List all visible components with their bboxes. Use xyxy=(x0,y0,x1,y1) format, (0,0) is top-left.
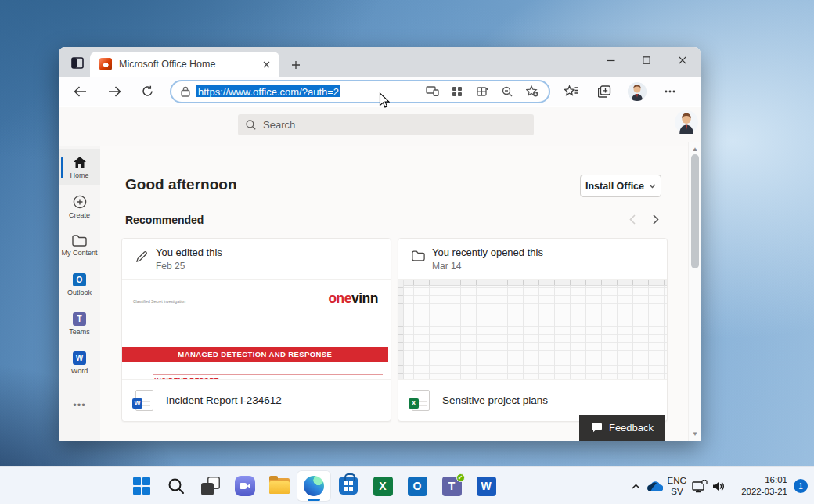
edge-button[interactable] xyxy=(297,470,331,502)
page-scrollbar[interactable]: ▲ ▼ xyxy=(688,142,701,441)
sidebar-more-apps-icon[interactable]: ••• xyxy=(59,399,100,411)
maximize-button[interactable] xyxy=(629,47,665,74)
collections-icon[interactable] xyxy=(592,81,616,103)
search-icon xyxy=(167,477,185,495)
file-name: Incident Report i-234612 xyxy=(166,394,282,406)
greeting-heading: Good afternoon xyxy=(125,176,236,193)
card-activity: You edited this xyxy=(156,247,222,258)
url-input[interactable]: https://www.office.com/?auth=2 xyxy=(196,85,417,97)
folder-icon xyxy=(72,235,87,247)
file-explorer-button[interactable] xyxy=(262,470,297,502)
url-text: https://www.office.com/?auth=2 xyxy=(196,85,340,97)
network-icon[interactable] xyxy=(690,467,709,504)
sidebar-item-teams[interactable]: T Teams xyxy=(59,306,100,342)
sidebar-item-home[interactable]: Home xyxy=(59,149,100,185)
status-available-icon: ✓ xyxy=(456,473,465,482)
outlook-button[interactable]: O xyxy=(400,470,434,502)
scroll-up-icon[interactable]: ▲ xyxy=(689,143,701,154)
word-button[interactable]: W xyxy=(469,470,503,502)
lock-icon[interactable] xyxy=(181,86,190,97)
scroll-down-icon[interactable]: ▼ xyxy=(689,428,701,439)
feedback-button[interactable]: Feedback xyxy=(579,415,665,441)
opened-folder-icon xyxy=(412,250,425,261)
back-icon[interactable] xyxy=(68,81,92,103)
start-button[interactable] xyxy=(124,470,159,502)
refresh-icon[interactable] xyxy=(135,81,159,103)
add-favorite-icon[interactable] xyxy=(522,82,542,101)
office-home-page: Search Home Create My Content xyxy=(59,107,701,441)
create-icon xyxy=(73,195,87,209)
forward-icon[interactable] xyxy=(103,81,126,103)
onevinn-logo: onevinn xyxy=(328,290,378,307)
teams-icon: T xyxy=(73,312,86,326)
taskbar-search-button[interactable] xyxy=(159,470,193,502)
carousel-next-icon[interactable] xyxy=(647,211,665,228)
notification-badge[interactable]: 1 xyxy=(794,479,808,493)
card-activity: You recently opened this xyxy=(432,247,543,258)
favorites-icon[interactable] xyxy=(560,81,583,103)
clock[interactable]: 16:01 2022-03-21 xyxy=(733,474,787,498)
zoom-out-icon[interactable] xyxy=(497,82,517,101)
search-input[interactable]: Search xyxy=(238,114,534,135)
document-card-project-plans[interactable]: You recently opened this Mar 14 X Sensit… xyxy=(398,238,668,422)
tab-grid-icon[interactable] xyxy=(447,82,467,101)
settings-menu-icon[interactable] xyxy=(658,81,682,103)
language-indicator[interactable]: ENGSV xyxy=(664,475,690,498)
profile-avatar[interactable] xyxy=(625,81,649,103)
tab-bar: Microsoft Office Home xyxy=(59,47,701,77)
document-card-incident-report[interactable]: You edited this Feb 25 Classified Secret… xyxy=(121,238,391,422)
excel-button[interactable]: X xyxy=(366,470,400,502)
card-date: Mar 14 xyxy=(432,261,461,272)
volume-icon[interactable] xyxy=(709,467,728,504)
teams-button[interactable]: T✓ xyxy=(434,470,469,502)
install-office-button[interactable]: Install Office xyxy=(580,175,661,197)
excel-icon: X xyxy=(373,477,393,496)
word-file-icon: W xyxy=(135,390,153,411)
document-banner: MANAGED DETECTION AND RESPONSE xyxy=(122,347,388,362)
search-icon xyxy=(246,120,256,130)
spreadsheet-preview xyxy=(398,279,667,380)
desktop: Microsoft Office Home xyxy=(0,0,814,504)
edge-icon xyxy=(304,476,324,496)
send-to-devices-icon[interactable] xyxy=(422,82,442,101)
tab-close-icon[interactable] xyxy=(259,57,273,71)
office-sidebar: Home Create My Content O Outlook T Teams xyxy=(59,146,100,441)
word-icon: W xyxy=(73,351,86,365)
office-profile-avatar[interactable] xyxy=(675,110,698,134)
carousel-prev-icon[interactable] xyxy=(624,211,641,228)
chat-button[interactable] xyxy=(228,470,262,502)
task-view-button[interactable] xyxy=(193,470,228,502)
sidebar-item-outlook[interactable]: O Outlook xyxy=(59,267,100,303)
browser-window: Microsoft Office Home xyxy=(59,47,701,441)
card-date: Feb 25 xyxy=(156,261,185,272)
store-button[interactable] xyxy=(331,470,366,502)
split-screen-icon[interactable] xyxy=(472,82,492,101)
close-button[interactable] xyxy=(665,47,701,74)
new-tab-button[interactable] xyxy=(287,56,304,74)
sidebar-item-create[interactable]: Create xyxy=(59,189,100,225)
store-icon xyxy=(339,477,358,495)
browser-tab[interactable]: Microsoft Office Home xyxy=(90,52,279,77)
sidebar-item-my-content[interactable]: My Content xyxy=(59,228,100,264)
taskbar: X O T✓ W ENGSV 16:01 2022-03-21 1 xyxy=(0,466,814,504)
file-name: Sensitive project plans xyxy=(442,394,548,406)
window-controls xyxy=(592,47,701,74)
office-header: Search xyxy=(59,107,701,146)
excel-file-icon: X xyxy=(412,390,430,411)
sidebar-item-word[interactable]: W Word xyxy=(59,345,100,381)
address-bar[interactable]: https://www.office.com/?auth=2 xyxy=(170,80,550,103)
onedrive-icon[interactable] xyxy=(645,467,664,504)
minimize-button[interactable] xyxy=(592,47,629,74)
scrollbar-thumb[interactable] xyxy=(691,154,699,268)
windows-logo-icon xyxy=(133,477,150,495)
system-tray: ENGSV 16:01 2022-03-21 1 xyxy=(626,467,808,504)
tab-workspaces-icon[interactable] xyxy=(68,54,87,71)
classification-text: Classified Secret Investigation xyxy=(133,299,185,304)
chat-icon xyxy=(235,476,255,496)
tray-chevron-up-icon[interactable] xyxy=(626,467,645,504)
outlook-icon: O xyxy=(73,273,86,286)
task-view-icon xyxy=(201,477,220,495)
office-main: Good afternoon Install Office Recommende… xyxy=(100,146,688,441)
outlook-icon: O xyxy=(408,477,427,496)
edit-pencil-icon xyxy=(135,250,148,263)
